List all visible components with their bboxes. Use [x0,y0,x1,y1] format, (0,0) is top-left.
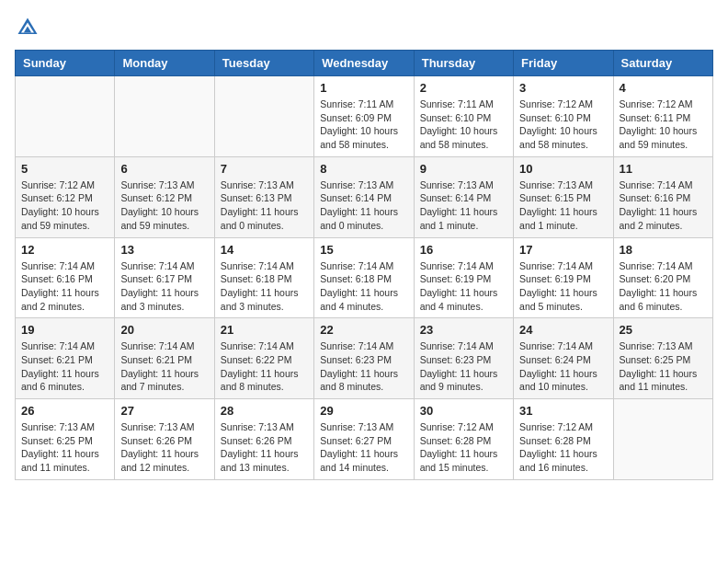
day-info: Sunrise: 7:12 AM Sunset: 6:10 PM Dayligh… [519,98,607,152]
day-number: 25 [620,323,707,337]
day-info: Sunrise: 7:13 AM Sunset: 6:25 PM Dayligh… [21,420,108,475]
day-info: Sunrise: 7:14 AM Sunset: 6:18 PM Dayligh… [320,259,407,314]
day-info: Sunrise: 7:14 AM Sunset: 6:19 PM Dayligh… [420,259,507,314]
day-number: 12 [21,243,108,257]
day-info: Sunrise: 7:14 AM Sunset: 6:23 PM Dayligh… [320,339,407,394]
logo [15,15,42,40]
weekday-header-saturday: Saturday [613,51,712,76]
calendar-week-row: 19Sunrise: 7:14 AM Sunset: 6:21 PM Dayli… [16,318,713,399]
day-number: 11 [620,162,707,176]
calendar-week-row: 5Sunrise: 7:12 AM Sunset: 6:12 PM Daylig… [16,156,713,237]
calendar-week-row: 12Sunrise: 7:14 AM Sunset: 6:16 PM Dayli… [16,237,713,318]
day-info: Sunrise: 7:13 AM Sunset: 6:15 PM Dayligh… [519,178,607,233]
day-number: 1 [320,81,407,95]
calendar-cell: 23Sunrise: 7:14 AM Sunset: 6:23 PM Dayli… [414,318,513,399]
day-number: 15 [320,243,407,257]
day-number: 26 [21,404,108,418]
calendar-cell: 26Sunrise: 7:13 AM Sunset: 6:25 PM Dayli… [16,399,115,480]
calendar-table: SundayMondayTuesdayWednesdayThursdayFrid… [15,50,713,480]
calendar-cell: 16Sunrise: 7:14 AM Sunset: 6:19 PM Dayli… [414,237,513,318]
calendar-cell: 31Sunrise: 7:12 AM Sunset: 6:28 PM Dayli… [514,399,613,480]
calendar-cell: 21Sunrise: 7:14 AM Sunset: 6:22 PM Dayli… [214,318,313,399]
day-info: Sunrise: 7:14 AM Sunset: 6:19 PM Dayligh… [519,259,607,314]
day-info: Sunrise: 7:13 AM Sunset: 6:26 PM Dayligh… [221,420,308,475]
day-number: 27 [120,404,208,418]
weekday-header-row: SundayMondayTuesdayWednesdayThursdayFrid… [16,51,713,76]
calendar-cell: 14Sunrise: 7:14 AM Sunset: 6:18 PM Dayli… [214,237,313,318]
day-number: 28 [221,404,308,418]
calendar-cell: 4Sunrise: 7:12 AM Sunset: 6:11 PM Daylig… [613,76,712,157]
day-info: Sunrise: 7:14 AM Sunset: 6:16 PM Dayligh… [21,259,108,314]
day-number: 14 [221,243,308,257]
calendar-cell: 24Sunrise: 7:14 AM Sunset: 6:24 PM Dayli… [514,318,613,399]
day-number: 29 [320,404,407,418]
calendar-cell: 13Sunrise: 7:14 AM Sunset: 6:17 PM Dayli… [115,237,214,318]
weekday-header-thursday: Thursday [414,51,513,76]
calendar-cell: 3Sunrise: 7:12 AM Sunset: 6:10 PM Daylig… [514,76,613,157]
day-number: 9 [420,162,507,176]
day-number: 31 [519,404,607,418]
calendar-cell [613,399,712,480]
page-header [15,15,713,40]
weekday-header-tuesday: Tuesday [214,51,313,76]
calendar-cell: 6Sunrise: 7:13 AM Sunset: 6:12 PM Daylig… [115,156,214,237]
weekday-header-sunday: Sunday [16,51,115,76]
calendar-week-row: 26Sunrise: 7:13 AM Sunset: 6:25 PM Dayli… [16,399,713,480]
calendar-cell [115,76,214,157]
day-info: Sunrise: 7:12 AM Sunset: 6:12 PM Dayligh… [21,178,108,233]
calendar-cell: 7Sunrise: 7:13 AM Sunset: 6:13 PM Daylig… [214,156,313,237]
day-number: 4 [620,81,707,95]
day-info: Sunrise: 7:14 AM Sunset: 6:18 PM Dayligh… [221,259,308,314]
day-number: 2 [420,81,507,95]
day-info: Sunrise: 7:13 AM Sunset: 6:14 PM Dayligh… [420,178,507,233]
calendar-cell: 11Sunrise: 7:14 AM Sunset: 6:16 PM Dayli… [613,156,712,237]
calendar-cell: 28Sunrise: 7:13 AM Sunset: 6:26 PM Dayli… [214,399,313,480]
day-number: 17 [519,243,607,257]
day-info: Sunrise: 7:14 AM Sunset: 6:24 PM Dayligh… [519,339,607,394]
calendar-cell: 30Sunrise: 7:12 AM Sunset: 6:28 PM Dayli… [414,399,513,480]
day-info: Sunrise: 7:14 AM Sunset: 6:22 PM Dayligh… [221,339,308,394]
day-info: Sunrise: 7:14 AM Sunset: 6:17 PM Dayligh… [120,259,208,314]
day-number: 22 [320,323,407,337]
logo-icon [15,15,40,40]
calendar-cell: 8Sunrise: 7:13 AM Sunset: 6:14 PM Daylig… [314,156,414,237]
calendar-cell: 15Sunrise: 7:14 AM Sunset: 6:18 PM Dayli… [314,237,414,318]
day-number: 10 [519,162,607,176]
calendar-cell [16,76,115,157]
calendar-cell: 29Sunrise: 7:13 AM Sunset: 6:27 PM Dayli… [314,399,414,480]
day-number: 21 [221,323,308,337]
day-info: Sunrise: 7:14 AM Sunset: 6:21 PM Dayligh… [21,339,108,394]
day-info: Sunrise: 7:13 AM Sunset: 6:13 PM Dayligh… [221,178,308,233]
day-number: 19 [21,323,108,337]
calendar-cell: 19Sunrise: 7:14 AM Sunset: 6:21 PM Dayli… [16,318,115,399]
day-number: 23 [420,323,507,337]
weekday-header-monday: Monday [115,51,214,76]
weekday-header-friday: Friday [514,51,613,76]
day-number: 8 [320,162,407,176]
day-info: Sunrise: 7:12 AM Sunset: 6:11 PM Dayligh… [620,98,707,152]
calendar-cell: 18Sunrise: 7:14 AM Sunset: 6:20 PM Dayli… [613,237,712,318]
day-number: 7 [221,162,308,176]
calendar-cell: 10Sunrise: 7:13 AM Sunset: 6:15 PM Dayli… [514,156,613,237]
day-info: Sunrise: 7:13 AM Sunset: 6:12 PM Dayligh… [120,178,208,233]
day-number: 30 [420,404,507,418]
day-info: Sunrise: 7:13 AM Sunset: 6:27 PM Dayligh… [320,420,407,475]
day-number: 18 [620,243,707,257]
day-number: 13 [120,243,208,257]
day-info: Sunrise: 7:14 AM Sunset: 6:16 PM Dayligh… [620,178,707,233]
calendar-cell: 12Sunrise: 7:14 AM Sunset: 6:16 PM Dayli… [16,237,115,318]
day-info: Sunrise: 7:12 AM Sunset: 6:28 PM Dayligh… [420,420,507,475]
day-info: Sunrise: 7:13 AM Sunset: 6:26 PM Dayligh… [120,420,208,475]
day-number: 24 [519,323,607,337]
day-number: 6 [120,162,208,176]
day-info: Sunrise: 7:14 AM Sunset: 6:21 PM Dayligh… [120,339,208,394]
calendar-cell: 20Sunrise: 7:14 AM Sunset: 6:21 PM Dayli… [115,318,214,399]
day-info: Sunrise: 7:13 AM Sunset: 6:14 PM Dayligh… [320,178,407,233]
weekday-header-wednesday: Wednesday [314,51,414,76]
calendar-cell: 17Sunrise: 7:14 AM Sunset: 6:19 PM Dayli… [514,237,613,318]
calendar-cell: 27Sunrise: 7:13 AM Sunset: 6:26 PM Dayli… [115,399,214,480]
calendar-week-row: 1Sunrise: 7:11 AM Sunset: 6:09 PM Daylig… [16,76,713,157]
day-number: 16 [420,243,507,257]
day-info: Sunrise: 7:11 AM Sunset: 6:09 PM Dayligh… [320,98,407,152]
day-info: Sunrise: 7:11 AM Sunset: 6:10 PM Dayligh… [420,98,507,152]
